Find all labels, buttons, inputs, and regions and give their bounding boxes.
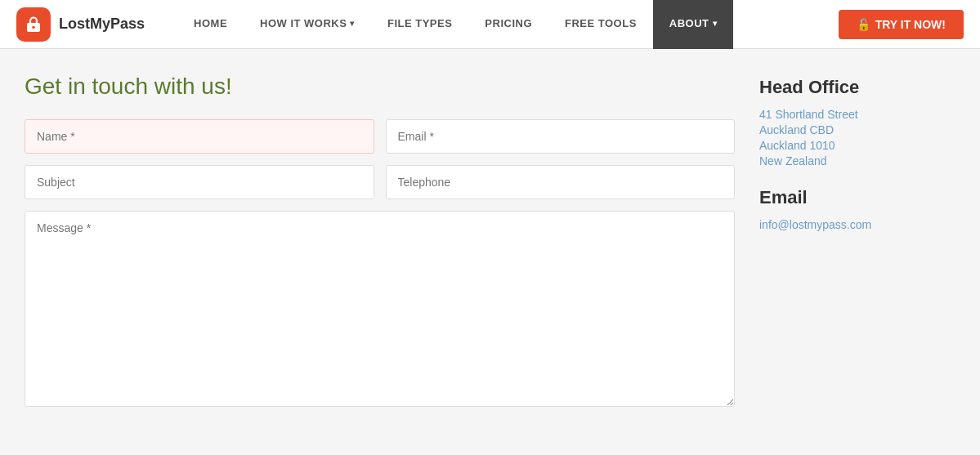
nav-about[interactable]: ABOUT ▾	[653, 0, 733, 49]
nav-how-it-works[interactable]: HOW IT WORKS ▾	[244, 0, 371, 49]
address-line-3: Auckland 1010	[759, 139, 955, 152]
logo-icon	[16, 7, 51, 42]
sidebar: Head Office 41 Shortland Street Auckland…	[759, 74, 955, 410]
navbar: LostMyPass HOME HOW IT WORKS ▾ FILE TYPE…	[0, 0, 980, 49]
address-line-2: Auckland CBD	[759, 123, 955, 136]
subject-input[interactable]	[25, 165, 374, 199]
email-input[interactable]	[386, 119, 736, 154]
nav-links: HOME HOW IT WORKS ▾ FILE TYPES PRICING F…	[177, 0, 839, 48]
page-title: Get in touch with us!	[25, 74, 735, 100]
name-email-row	[25, 119, 735, 154]
subject-telephone-row	[25, 165, 735, 199]
nav-home[interactable]: HOME	[177, 0, 244, 49]
lock-icon: 🔓	[857, 18, 870, 31]
logo-link[interactable]: LostMyPass	[16, 7, 145, 42]
main-content: Get in touch with us! Head Office 41 Sho…	[0, 49, 980, 426]
address-line-1: 41 Shortland Street	[759, 108, 955, 121]
svg-point-1	[32, 25, 35, 29]
message-textarea[interactable]	[25, 211, 735, 407]
nav-free-tools[interactable]: FREE TOOLS	[548, 0, 653, 49]
chevron-down-icon: ▾	[350, 19, 355, 28]
chevron-down-icon-about: ▾	[713, 19, 718, 28]
nav-pricing[interactable]: PRICING	[468, 0, 548, 49]
email-section: Email info@lostmypass.com	[759, 187, 955, 231]
try-it-now-button[interactable]: 🔓 TRY IT NOW!	[839, 10, 964, 39]
form-section: Get in touch with us!	[25, 74, 735, 410]
nav-file-types[interactable]: FILE TYPES	[371, 0, 468, 49]
head-office-title: Head Office	[759, 77, 955, 98]
address-line-4: New Zealand	[759, 154, 955, 167]
email-value: info@lostmypass.com	[759, 218, 955, 231]
email-title: Email	[759, 187, 955, 208]
telephone-input[interactable]	[386, 165, 736, 199]
logo-text: LostMyPass	[59, 16, 145, 33]
name-input[interactable]	[25, 119, 374, 154]
